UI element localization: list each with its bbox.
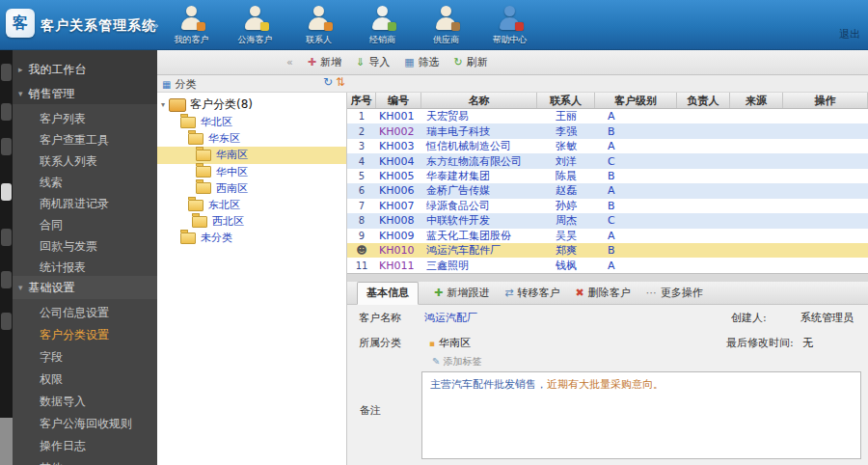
cell-customer-name[interactable]: 中联软件开发: [421, 213, 537, 228]
table-row[interactable]: 4 KH004 东方红物流有限公司 刘洋 C: [347, 153, 868, 168]
tree-node[interactable]: 华北区: [157, 114, 347, 130]
cell-customer-code[interactable]: KH003: [376, 140, 421, 152]
grid-header-cell[interactable]: 联系人: [537, 93, 595, 108]
cell-customer-code[interactable]: KH005: [376, 170, 421, 182]
cell-contact[interactable]: 赵磊: [537, 183, 595, 198]
cell-contact[interactable]: 刘洋: [537, 154, 595, 169]
sidebar-section-header-workspace[interactable]: ▸ 我的工作台: [18, 62, 87, 77]
table-row[interactable]: 11 KH011 三鑫照明 钱枫 A: [347, 258, 868, 272]
dock-icon[interactable]: [1, 229, 12, 246]
tree-node[interactable]: 西北区: [157, 213, 347, 230]
sidebar-item[interactable]: 线索: [13, 172, 157, 193]
cell-level[interactable]: B: [595, 244, 677, 257]
sidebar-item[interactable]: 统计报表: [13, 257, 157, 278]
cell-customer-code[interactable]: KH009: [376, 230, 421, 242]
table-row[interactable]: 3 KH003 恒信机械制造公司 张敏 A: [347, 139, 868, 153]
cell-customer-name[interactable]: 鸿运汽车配件厂: [421, 243, 537, 258]
grid-header-cell[interactable]: 操作: [783, 93, 868, 108]
cell-contact[interactable]: 吴昊: [537, 229, 595, 243]
cell-customer-name[interactable]: 金桥广告传媒: [421, 183, 537, 198]
table-row[interactable]: 5 KH005 华泰建材集团 陈晨 B: [347, 169, 868, 183]
tree-node[interactable]: 华东区: [157, 130, 347, 147]
collapse-all-icon[interactable]: ⇅: [336, 76, 345, 88]
titlebar-app-button[interactable]: 联系人: [291, 6, 346, 49]
cell-contact[interactable]: 李强: [537, 124, 595, 139]
sidebar-item[interactable]: 客户分类设置: [13, 324, 157, 346]
customer-name-link[interactable]: 鸿运汽配厂: [424, 311, 477, 325]
logout-link[interactable]: 退出: [839, 27, 860, 41]
sidebar-item[interactable]: 公司信息设置: [13, 302, 157, 324]
sidebar-item[interactable]: 其他: [13, 457, 157, 465]
cell-customer-code[interactable]: KH007: [376, 200, 421, 212]
sidebar-item[interactable]: 数据导入: [13, 391, 157, 413]
cell-customer-name[interactable]: 东方红物流有限公司: [421, 154, 537, 169]
tree-node[interactable]: 未分类: [157, 230, 347, 246]
table-row[interactable]: 9 KH009 蓝天化工集团股份 吴昊 A: [347, 229, 868, 243]
cell-contact[interactable]: 周杰: [537, 213, 595, 228]
dock-icon[interactable]: [1, 64, 12, 81]
cell-contact[interactable]: 张敏: [537, 139, 595, 153]
titlebar-app-button[interactable]: 公海客户: [228, 6, 283, 49]
sidebar-section-header-settings[interactable]: ▾ 基础设置: [18, 280, 75, 295]
tree-node[interactable]: 华中区: [157, 164, 347, 180]
cell-customer-code[interactable]: KH008: [376, 214, 421, 227]
dock-icon[interactable]: [1, 138, 12, 155]
sidebar-item[interactable]: 联系人列表: [13, 150, 157, 172]
cell-level[interactable]: A: [595, 110, 677, 123]
sidebar-item[interactable]: 操作日志: [13, 435, 157, 457]
dock-icon[interactable]: [1, 313, 12, 330]
cell-customer-name[interactable]: 三鑫照明: [421, 259, 537, 273]
table-row[interactable]: 6 KH006 金桥广告传媒 赵磊 A: [347, 183, 868, 198]
collapse-panel-icon[interactable]: «: [286, 56, 293, 68]
cell-level[interactable]: B: [595, 125, 677, 138]
cell-level[interactable]: A: [595, 260, 677, 272]
toolbar-button[interactable]: ▦ 筛选: [404, 55, 439, 69]
refresh-icon[interactable]: ↻: [323, 76, 333, 88]
cell-customer-name[interactable]: 天宏贸易: [421, 109, 537, 123]
cell-level[interactable]: B: [595, 200, 677, 212]
toolbar-button[interactable]: ↻ 刷新: [454, 55, 488, 69]
grid-header-cell[interactable]: 来源: [730, 93, 783, 108]
sidebar-item[interactable]: 商机跟进记录: [13, 193, 157, 214]
cell-contact[interactable]: 钱枫: [537, 259, 595, 273]
detail-action-button[interactable]: ✚ 新增跟进: [434, 286, 489, 300]
titlebar-app-button[interactable]: 帮助中心: [482, 6, 537, 49]
cell-contact[interactable]: 陈晨: [537, 169, 595, 183]
detail-action-button[interactable]: ⇄ 转移客户: [504, 286, 559, 300]
cell-level[interactable]: A: [595, 140, 677, 152]
cell-customer-name[interactable]: 瑞丰电子科技: [421, 124, 537, 139]
cell-customer-code[interactable]: KH004: [376, 155, 421, 168]
table-row[interactable]: 1 KH001 天宏贸易 王丽 A: [347, 109, 868, 123]
cell-customer-name[interactable]: 恒信机械制造公司: [421, 139, 537, 153]
grid-header-cell[interactable]: 负责人: [677, 93, 730, 108]
tab-basic-info[interactable]: 基本信息: [357, 282, 419, 305]
sidebar-item[interactable]: 客户查重工具: [13, 129, 157, 150]
tree-node[interactable]: 华南区: [157, 147, 347, 163]
cell-contact[interactable]: 王丽: [537, 109, 595, 123]
detail-action-button[interactable]: ✖ 删除客户: [575, 286, 630, 300]
titlebar-app-button[interactable]: 经销商: [355, 6, 410, 49]
titlebar-app-button[interactable]: 我的客户: [164, 6, 219, 49]
grid-header-cell[interactable]: 名称: [421, 93, 537, 108]
toolbar-button[interactable]: ⇓ 导入: [356, 55, 390, 69]
cell-level[interactable]: C: [595, 214, 677, 227]
dock-icon[interactable]: [1, 103, 12, 121]
cell-customer-code[interactable]: KH001: [376, 110, 421, 123]
cell-customer-code[interactable]: KH006: [376, 184, 421, 197]
cell-customer-code[interactable]: KH010: [376, 244, 421, 257]
sidebar-item[interactable]: 客户列表: [13, 108, 157, 129]
cell-level[interactable]: A: [595, 230, 677, 242]
sidebar-item[interactable]: 回款与发票: [13, 235, 157, 257]
sidebar-section-header-sales[interactable]: ▾ 销售管理: [18, 86, 75, 101]
table-row[interactable]: 2 KH002 瑞丰电子科技 李强 B: [347, 123, 868, 138]
add-tag-hint[interactable]: ✎添加标签: [432, 355, 481, 369]
tree-view-tab[interactable]: ▦ 分类: [162, 77, 196, 92]
cell-customer-name[interactable]: 绿源食品公司: [421, 199, 537, 213]
cell-customer-name[interactable]: 华泰建材集团: [421, 169, 537, 183]
sidebar-item[interactable]: 合同: [13, 214, 157, 235]
table-row[interactable]: 7 KH007 绿源食品公司 孙婷 B: [347, 199, 868, 213]
cell-level[interactable]: C: [595, 155, 677, 168]
toolbar-button[interactable]: ✚ 新增: [308, 55, 341, 69]
titlebar-app-button[interactable]: 供应商: [419, 6, 474, 49]
cell-contact[interactable]: 郑爽: [537, 243, 595, 258]
